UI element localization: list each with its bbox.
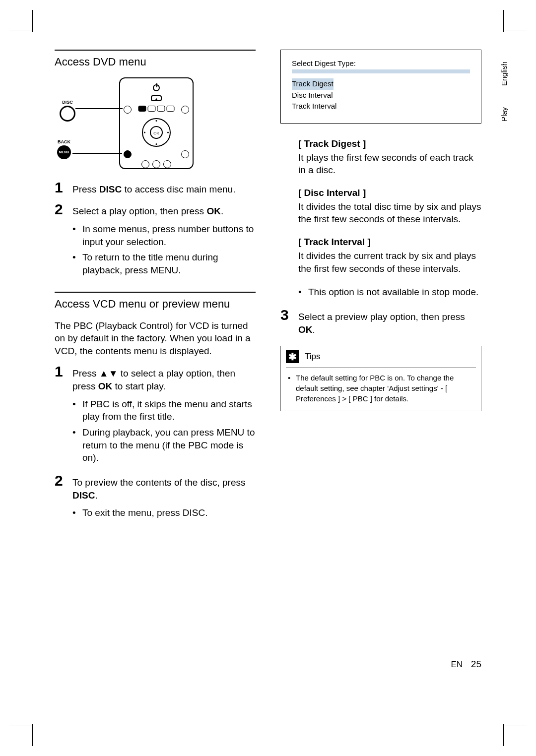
- up-down-icon: ▲▼: [99, 368, 118, 378]
- disc-button-callout: DISC: [60, 100, 75, 122]
- disc-button-icon: [60, 106, 75, 122]
- page-number: 25: [471, 659, 481, 669]
- vcd-step-2: 2 To preview the contents of the disc, p…: [55, 472, 256, 502]
- side-tabs: English Play: [492, 69, 516, 141]
- option-disc-interval: [ Disc Interval ] It divides the total d…: [298, 188, 481, 226]
- vcd-step2-bullet-1: To exit the menu, press DISC.: [72, 506, 256, 519]
- dvd-step-1: 1 Press DISC to access disc main menu.: [55, 179, 256, 196]
- tips-box: ✱ Tips The default setting for PBC is on…: [280, 346, 481, 411]
- power-icon: [153, 84, 160, 91]
- vcd-intro-text: The PBC (Playback Control) for VCD is tu…: [55, 319, 256, 358]
- side-tab-language: English: [500, 62, 508, 86]
- page-footer: EN 25: [451, 659, 482, 670]
- dvd-step-2: 2 Select a play option, then press OK.: [55, 201, 256, 218]
- preview-step-3: 3 Select a preview play option, then pre…: [280, 307, 481, 336]
- digest-item-disc-interval: Disc Interval: [292, 90, 470, 101]
- digest-item-track-interval: Track Interval: [292, 101, 470, 112]
- dvd-step2-bullet-2: To return to the title menu during playb…: [72, 251, 256, 276]
- remote-outline: ▲ OK: [119, 77, 194, 169]
- menu-button-callout: BACK MENU: [57, 139, 71, 159]
- vcd-step-1: 1 Press ▲▼ to select a play option, then…: [55, 363, 256, 392]
- vcd-step1-bullet-1: If PBC is off, it skips the menu and sta…: [72, 398, 256, 423]
- option-track-digest: [ Track Digest ] It plays the first few …: [298, 138, 481, 177]
- menu-button-icon: MENU: [57, 145, 71, 159]
- digest-header: Select Digest Type:: [292, 59, 470, 73]
- eject-icon: ▲: [151, 95, 162, 101]
- digest-type-box: Select Digest Type: Track Digest Disc In…: [280, 50, 481, 124]
- option-track-interval: [ Track Interval ] It divides the curren…: [298, 237, 481, 275]
- remote-diagram: DISC BACK MENU ▲ OK: [55, 77, 203, 169]
- tips-label: Tips: [305, 352, 321, 362]
- asterisk-icon: ✱: [286, 350, 299, 363]
- ok-ring-icon: OK: [142, 118, 171, 147]
- digest-item-track-digest: Track Digest: [292, 78, 334, 90]
- side-tab-section: Play: [500, 97, 508, 122]
- vcd-step1-bullet-2: During playback, you can press MENU to r…: [72, 426, 256, 464]
- dvd-menu-heading: Access DVD menu: [55, 50, 256, 68]
- dvd-step2-bullet-1: In some menus, press number buttons to i…: [72, 223, 256, 248]
- track-interval-note: This option is not available in stop mod…: [298, 286, 481, 299]
- footer-language: EN: [451, 660, 463, 669]
- vcd-menu-heading: Access VCD menu or preview menu: [55, 292, 256, 311]
- tips-text: The default setting for PBC is on. To ch…: [281, 368, 481, 411]
